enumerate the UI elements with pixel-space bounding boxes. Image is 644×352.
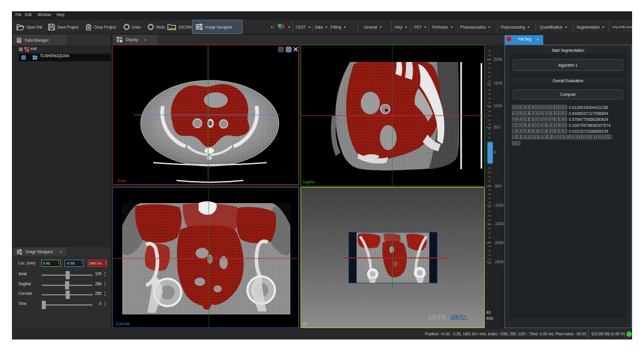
svg-text:Sagittal: Sagittal — [302, 180, 315, 185]
svg-text:3D: 3D — [302, 322, 308, 326]
svg-text:0.0221571536655105: 0.0221571536655105 — [569, 129, 608, 133]
svg-text:MITK: MITK — [429, 313, 447, 322]
svg-text:-1000: -1000 — [494, 203, 504, 207]
svg-text:0.6126016904411238: 0.6126016904411238 — [569, 105, 608, 110]
svg-text:-500: -500 — [494, 184, 501, 188]
svg-text:2000: 2000 — [494, 57, 503, 61]
svg-text:Axial: Axial — [117, 179, 126, 183]
svg-text:0.33479978836107574: 0.33479978836107574 — [569, 123, 611, 127]
svg-text:-1500: -1500 — [494, 222, 504, 226]
svg-text:0.5784779656380924: 0.5784779656380924 — [569, 117, 608, 122]
svg-text:1000: 1000 — [494, 104, 503, 108]
svg-text:dkfz.: dkfz. — [451, 313, 467, 322]
svg-text:500: 500 — [494, 125, 500, 129]
svg-text:-2500: -2500 — [494, 260, 504, 264]
svg-text:-2000: -2000 — [494, 241, 504, 245]
svg-text:0.6445037127096894: 0.6445037127096894 — [569, 111, 608, 116]
svg-text:0: 0 — [494, 150, 496, 154]
svg-text:1500: 1500 — [494, 81, 503, 85]
svg-text:Coronal: Coronal — [116, 322, 129, 326]
